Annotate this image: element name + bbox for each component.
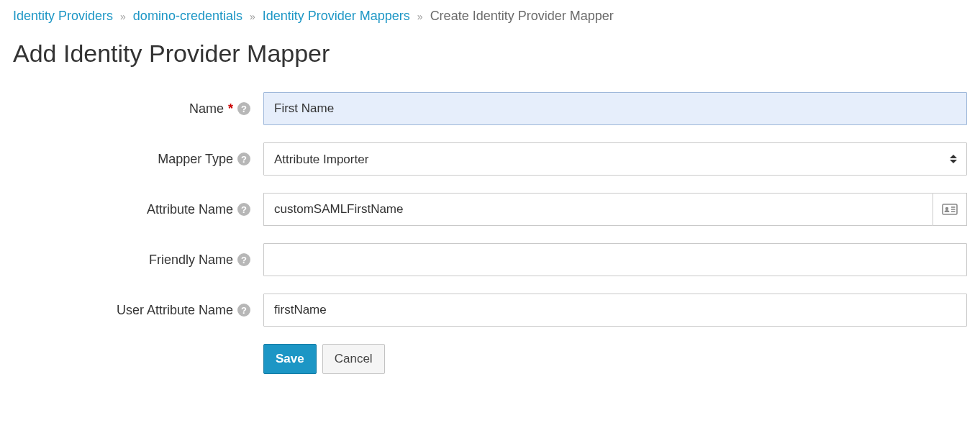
attribute-name-input[interactable] bbox=[263, 193, 933, 226]
required-asterisk: * bbox=[228, 101, 233, 117]
field-name: Name * ? bbox=[13, 92, 967, 125]
button-row: Save Cancel bbox=[13, 344, 967, 374]
breadcrumb-current: Create Identity Provider Mapper bbox=[430, 9, 614, 24]
breadcrumb-link-domino-credentials[interactable]: domino-credentials bbox=[133, 9, 242, 24]
label-user-attribute-name-text: User Attribute Name bbox=[117, 303, 233, 318]
label-name-text: Name bbox=[189, 101, 224, 117]
breadcrumb: Identity Providers » domino-credentials … bbox=[13, 9, 967, 24]
label-user-attribute-name: User Attribute Name ? bbox=[13, 303, 263, 318]
help-icon[interactable]: ? bbox=[237, 304, 250, 317]
field-attribute-name: Attribute Name ? bbox=[13, 193, 967, 226]
chevron-right-icon: » bbox=[120, 11, 126, 22]
chevron-right-icon: » bbox=[417, 11, 423, 22]
help-icon[interactable]: ? bbox=[237, 102, 250, 115]
save-button[interactable]: Save bbox=[263, 344, 317, 374]
label-name: Name * ? bbox=[13, 101, 263, 117]
svg-point-1 bbox=[945, 207, 948, 210]
breadcrumb-link-identity-providers[interactable]: Identity Providers bbox=[13, 9, 113, 24]
mapper-type-select[interactable]: Attribute Importer bbox=[263, 142, 967, 176]
page-title: Add Identity Provider Mapper bbox=[13, 40, 967, 68]
help-icon[interactable]: ? bbox=[237, 253, 250, 266]
help-icon[interactable]: ? bbox=[237, 153, 250, 165]
label-attribute-name-text: Attribute Name bbox=[147, 202, 233, 217]
label-mapper-type-text: Mapper Type bbox=[158, 152, 233, 167]
user-attribute-name-input[interactable] bbox=[263, 294, 967, 327]
name-input[interactable] bbox=[263, 92, 967, 125]
friendly-name-input[interactable] bbox=[263, 243, 967, 276]
label-mapper-type: Mapper Type ? bbox=[13, 152, 263, 167]
mapper-form: Name * ? Mapper Type ? Attribute Importe… bbox=[13, 92, 967, 374]
label-attribute-name: Attribute Name ? bbox=[13, 202, 263, 217]
breadcrumb-link-identity-provider-mappers[interactable]: Identity Provider Mappers bbox=[263, 9, 410, 24]
label-friendly-name-text: Friendly Name bbox=[149, 253, 233, 268]
field-friendly-name: Friendly Name ? bbox=[13, 243, 967, 276]
label-friendly-name: Friendly Name ? bbox=[13, 253, 263, 268]
id-card-icon bbox=[933, 193, 967, 226]
cancel-button[interactable]: Cancel bbox=[322, 344, 385, 374]
field-user-attribute-name: User Attribute Name ? bbox=[13, 294, 967, 327]
field-mapper-type: Mapper Type ? Attribute Importer bbox=[13, 142, 967, 176]
chevron-right-icon: » bbox=[250, 11, 255, 22]
help-icon[interactable]: ? bbox=[237, 203, 250, 216]
